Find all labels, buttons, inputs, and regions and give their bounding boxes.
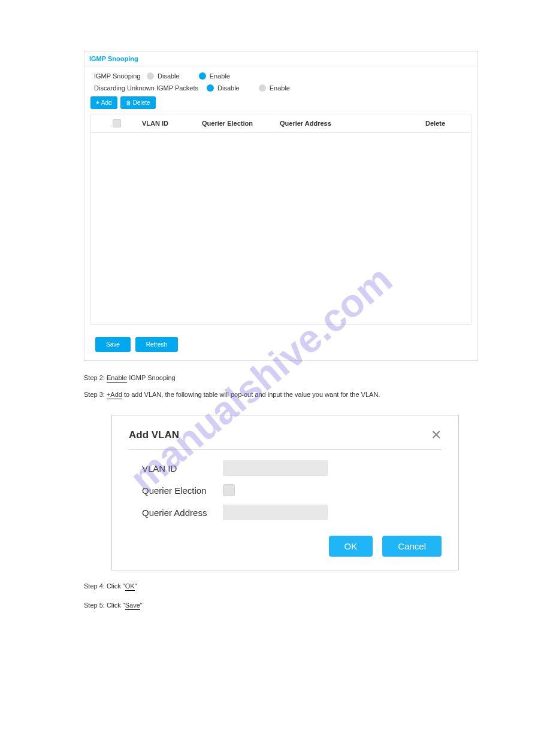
plus-icon: + xyxy=(96,99,99,106)
trash-icon: 🗑 xyxy=(126,100,131,106)
igmp-enable-label: Enable xyxy=(210,72,230,80)
querier-address-input[interactable] xyxy=(223,505,328,520)
querier-address-label: Querier Address xyxy=(142,508,223,518)
step2-underline: Enable xyxy=(107,374,127,382)
footer-button-bar: Save Refresh xyxy=(90,337,471,352)
vlan-id-label: VLAN ID xyxy=(142,463,223,473)
ok-button[interactable]: OK xyxy=(329,536,373,557)
panel-title: IGMP Snooping xyxy=(84,51,477,66)
vlan-id-row: VLAN ID xyxy=(142,460,442,476)
col-querier-address: Querier Address xyxy=(280,120,400,127)
discard-enable-radio[interactable]: Enable xyxy=(259,84,306,92)
discard-enable-label: Enable xyxy=(270,84,290,92)
add-vlan-dialog: Add VLAN ✕ VLAN ID Querier Election Quer… xyxy=(111,415,459,570)
radio-on-icon xyxy=(207,84,214,92)
querier-election-label: Querier Election xyxy=(142,485,223,496)
save-button[interactable]: Save xyxy=(95,337,131,352)
discarding-label: Discarding Unknown IGMP Packets xyxy=(90,84,198,92)
radio-off-icon xyxy=(259,84,266,92)
select-all-cell xyxy=(91,119,142,127)
dialog-title: Add VLAN xyxy=(129,429,179,441)
igmp-disable-label: Disable xyxy=(158,72,180,80)
vlan-id-input[interactable] xyxy=(223,460,328,476)
step5-text: Step 5: Click "Save" xyxy=(84,602,535,609)
cancel-button[interactable]: Cancel xyxy=(382,536,442,557)
refresh-button[interactable]: Refresh xyxy=(135,337,178,352)
igmp-snooping-label: IGMP Snooping xyxy=(90,72,143,80)
col-delete: Delete xyxy=(400,120,471,127)
col-querier-election: Querier Election xyxy=(202,120,280,127)
add-button-label: Add xyxy=(101,99,112,106)
igmp-snooping-panel: IGMP Snooping IGMP Snooping Disable Enab… xyxy=(84,51,478,361)
action-button-bar: +Add 🗑Delete xyxy=(90,96,471,109)
vlan-table: VLAN ID Querier Election Querier Address… xyxy=(90,114,471,325)
step3-text: Step 3: +Add to add VLAN, the following … xyxy=(84,391,535,398)
discard-disable-radio[interactable]: Disable xyxy=(207,84,255,92)
igmp-disable-radio[interactable]: Disable xyxy=(147,72,195,80)
querier-election-checkbox[interactable] xyxy=(223,484,235,496)
step2-text: Step 2: Enable IGMP Snooping xyxy=(84,374,535,381)
select-all-checkbox[interactable] xyxy=(113,119,121,127)
delete-button-label: Delete xyxy=(133,99,150,106)
radio-off-icon xyxy=(147,72,154,80)
dialog-header: Add VLAN ✕ xyxy=(129,427,442,450)
panel-body: IGMP Snooping Disable Enable Discarding … xyxy=(84,66,477,360)
dialog-button-bar: OK Cancel xyxy=(129,536,442,557)
delete-button[interactable]: 🗑Delete xyxy=(120,96,156,109)
dialog-form: VLAN ID Querier Election Querier Address xyxy=(129,460,442,520)
discard-disable-label: Disable xyxy=(217,84,240,92)
querier-address-row: Querier Address xyxy=(142,505,442,520)
table-header-row: VLAN ID Querier Election Querier Address… xyxy=(91,114,471,133)
col-vlan-id: VLAN ID xyxy=(142,120,202,127)
step3-underline: +Add xyxy=(107,391,122,399)
igmp-enable-radio[interactable]: Enable xyxy=(199,72,246,80)
igmp-snooping-setting-row: IGMP Snooping Disable Enable xyxy=(90,72,471,80)
querier-election-row: Querier Election xyxy=(142,484,442,496)
add-button[interactable]: +Add xyxy=(90,96,117,109)
close-icon[interactable]: ✕ xyxy=(431,427,442,443)
radio-on-icon xyxy=(199,72,206,80)
step5-underline: Save xyxy=(125,602,140,610)
step4-text: Step 4: Click "OK" xyxy=(84,582,535,590)
table-body-empty xyxy=(91,133,471,324)
discarding-setting-row: Discarding Unknown IGMP Packets Disable … xyxy=(90,84,471,92)
step4-underline: OK xyxy=(125,582,135,591)
